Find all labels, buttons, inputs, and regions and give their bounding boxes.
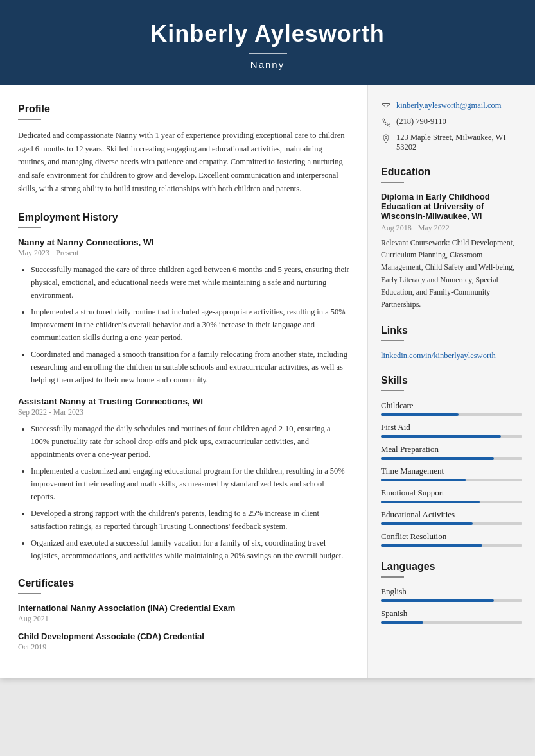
skill-mealprep-bar-bg xyxy=(381,457,522,460)
cert-1: International Nanny Association (INA) Cr… xyxy=(18,603,349,624)
skill-educational: Educational Activities xyxy=(381,510,522,525)
job-2-bullet-4: Organized and executed a successful fami… xyxy=(31,537,349,562)
links-section: Links linkedin.com/in/kinberlyaylesworth xyxy=(381,325,522,361)
certificates-title: Certificates xyxy=(18,578,349,589)
skill-childcare-bar-fill xyxy=(381,413,459,416)
skills-section: Skills Childcare First Aid Meal Preparat… xyxy=(381,375,522,547)
job-1-bullet-1: Successfully managed the care of three c… xyxy=(31,263,349,302)
profile-title: Profile xyxy=(18,103,349,115)
skill-educational-bar-fill xyxy=(381,522,473,525)
skill-firstaid-label: First Aid xyxy=(381,422,522,433)
skill-timemanagement-bar-fill xyxy=(381,479,466,481)
lang-spanish-bar-bg xyxy=(381,621,522,624)
profile-section: Profile Dedicated and compassionate Nann… xyxy=(18,103,349,195)
candidate-title: Nanny xyxy=(13,59,522,70)
cert-2-name: Child Development Associate (CDA) Creden… xyxy=(18,631,349,641)
languages-title: Languages xyxy=(381,561,522,572)
education-description: Relevant Coursework: Child Development, … xyxy=(381,237,522,311)
phone-icon xyxy=(381,117,391,128)
lang-english-label: English xyxy=(381,587,522,597)
education-rule xyxy=(381,182,404,183)
skill-emotional: Emotional Support xyxy=(381,488,522,503)
header-divider xyxy=(249,53,287,54)
employment-rule xyxy=(18,227,41,228)
skill-educational-bar-bg xyxy=(381,522,522,525)
contact-section: kinberly.aylesworth@gmail.com (218) 790-… xyxy=(381,101,522,152)
lang-english-bar-bg xyxy=(381,599,522,602)
contact-phone-item: (218) 790-9110 xyxy=(381,117,522,128)
certificates-rule xyxy=(18,593,41,594)
skill-conflict-bar-fill xyxy=(381,544,482,547)
skill-mealprep-label: Meal Preparation xyxy=(381,444,522,454)
skill-emotional-label: Emotional Support xyxy=(381,488,522,498)
contact-phone: (218) 790-9110 xyxy=(396,117,446,126)
employment-section: Employment History Nanny at Nanny Connec… xyxy=(18,212,349,562)
profile-text: Dedicated and compassionate Nanny with 1… xyxy=(18,129,349,195)
lang-spanish: Spanish xyxy=(381,608,522,624)
job-1-bullet-3: Coordinated and managed a smooth transit… xyxy=(31,348,349,386)
right-column: kinberly.aylesworth@gmail.com (218) 790-… xyxy=(368,85,535,678)
location-icon xyxy=(381,133,391,144)
contact-email-item: kinberly.aylesworth@gmail.com xyxy=(381,101,522,112)
job-2-bullet-1: Successfully managed the daily schedules… xyxy=(31,422,349,461)
skill-emotional-bar-fill xyxy=(381,501,480,503)
left-column: Profile Dedicated and compassionate Nann… xyxy=(0,85,368,678)
skill-childcare-label: Childcare xyxy=(381,400,522,411)
job-2-bullets: Successfully managed the daily schedules… xyxy=(18,422,349,562)
cert-2-date: Oct 2019 xyxy=(18,642,349,652)
contact-address: 123 Maple Street, Milwaukee, WI 53202 xyxy=(396,133,522,152)
skill-conflict-bar-bg xyxy=(381,544,522,547)
lang-spanish-bar-fill xyxy=(381,621,423,624)
certificates-section: Certificates International Nanny Associa… xyxy=(18,578,349,652)
education-degree: Diploma in Early Childhood Education at … xyxy=(381,192,522,221)
skill-emotional-bar-bg xyxy=(381,501,522,503)
job-1-dates: May 2023 - Present xyxy=(18,248,349,258)
svg-point-1 xyxy=(385,136,387,138)
employment-title: Employment History xyxy=(18,212,349,223)
languages-section: Languages English Spanish xyxy=(381,561,522,624)
skills-rule xyxy=(381,390,404,391)
skill-educational-label: Educational Activities xyxy=(381,510,522,520)
skill-firstaid: First Aid xyxy=(381,422,522,438)
skill-timemanagement: Time Management xyxy=(381,466,522,481)
skill-childcare-bar-bg xyxy=(381,413,522,416)
skill-firstaid-bar-fill xyxy=(381,435,501,438)
contact-email[interactable]: kinberly.aylesworth@gmail.com xyxy=(396,101,501,110)
header: Kinberly Aylesworth Nanny xyxy=(0,0,535,85)
lang-spanish-label: Spanish xyxy=(381,608,522,619)
body: Profile Dedicated and compassionate Nann… xyxy=(0,85,535,678)
education-title: Education xyxy=(381,166,522,178)
skill-firstaid-bar-bg xyxy=(381,435,522,438)
skill-conflict: Conflict Resolution xyxy=(381,531,522,547)
lang-english: English xyxy=(381,587,522,602)
candidate-name: Kinberly Aylesworth xyxy=(13,21,522,47)
cert-1-date: Aug 2021 xyxy=(18,614,349,624)
linkedin-link[interactable]: linkedin.com/in/kinberlyaylesworth xyxy=(381,351,496,360)
education-section: Education Diploma in Early Childhood Edu… xyxy=(381,166,522,311)
cert-1-name: International Nanny Association (INA) Cr… xyxy=(18,603,349,613)
skill-mealprep-bar-fill xyxy=(381,457,494,460)
cert-2: Child Development Associate (CDA) Creden… xyxy=(18,631,349,652)
skill-mealprep: Meal Preparation xyxy=(381,444,522,460)
languages-rule xyxy=(381,576,404,578)
contact-address-item: 123 Maple Street, Milwaukee, WI 53202 xyxy=(381,133,522,152)
profile-rule xyxy=(18,119,41,120)
job-1: Nanny at Nanny Connections, WI May 2023 … xyxy=(18,237,349,386)
email-icon xyxy=(381,101,391,112)
job-2-bullet-2: Implemented a customized and engaging ed… xyxy=(31,465,349,503)
skill-conflict-label: Conflict Resolution xyxy=(381,531,522,542)
job-1-bullets: Successfully managed the care of three c… xyxy=(18,263,349,386)
skills-title: Skills xyxy=(381,375,522,386)
resume-wrapper: Kinberly Aylesworth Nanny Profile Dedica… xyxy=(0,0,535,678)
job-2: Assistant Nanny at Trusting Connections,… xyxy=(18,397,349,562)
skill-timemanagement-label: Time Management xyxy=(381,466,522,476)
job-2-title: Assistant Nanny at Trusting Connections,… xyxy=(18,397,349,406)
education-dates: Aug 2018 - May 2022 xyxy=(381,223,522,233)
skill-timemanagement-bar-bg xyxy=(381,479,522,481)
job-2-bullet-3: Developed a strong rapport with the chil… xyxy=(31,507,349,533)
skill-childcare: Childcare xyxy=(381,400,522,416)
job-1-title: Nanny at Nanny Connections, WI xyxy=(18,237,349,247)
links-rule xyxy=(381,340,404,341)
job-1-bullet-2: Implemented a structured daily routine t… xyxy=(31,305,349,344)
links-title: Links xyxy=(381,325,522,336)
